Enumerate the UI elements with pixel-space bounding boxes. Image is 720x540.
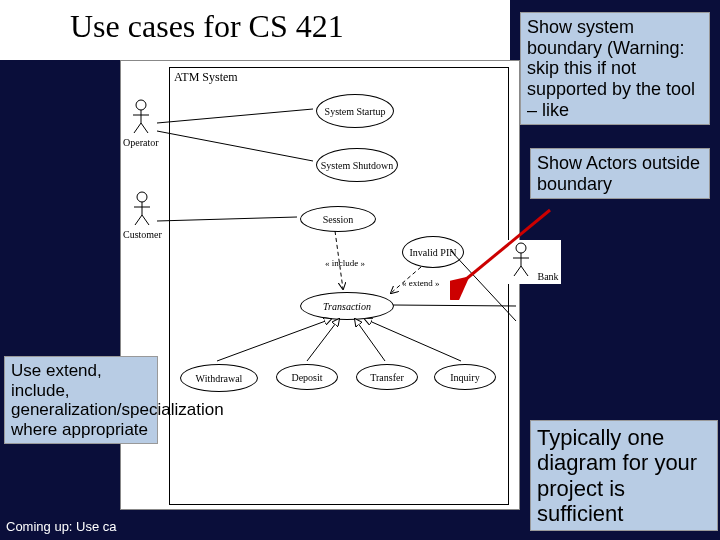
usecase-transaction: Transaction [300, 292, 394, 320]
svg-line-19 [135, 215, 142, 225]
footer-coming-up: Coming up: Use ca [6, 519, 117, 534]
usecase-session: Session [300, 206, 376, 232]
slide-title: Use cases for CS 421 [70, 8, 344, 45]
usecase-system-startup: System Startup [316, 94, 394, 128]
usecase-inquiry: Inquiry [434, 364, 496, 390]
include-label: « include » [325, 258, 365, 268]
svg-point-11 [136, 100, 146, 110]
usecase-withdrawal: Withdrawal [180, 364, 258, 392]
note-one-diagram: Typically one diagram for your project i… [530, 420, 718, 531]
extend-label: « extend » [402, 278, 440, 288]
usecase-transfer: Transfer [356, 364, 418, 390]
svg-line-26 [465, 210, 550, 280]
actor-customer-label: Customer [123, 229, 162, 240]
svg-line-15 [141, 123, 148, 133]
red-arrow-annotation [450, 200, 570, 300]
svg-line-14 [134, 123, 141, 133]
actor-operator: Operator [123, 99, 159, 148]
usecase-deposit: Deposit [276, 364, 338, 390]
svg-line-20 [142, 215, 149, 225]
actor-operator-label: Operator [123, 137, 159, 148]
system-label: ATM System [174, 70, 238, 85]
note-system-boundary: Show system boundary (Warning: skip this… [520, 12, 710, 125]
note-actors-outside: Show Actors outside boundary [530, 148, 710, 199]
usecase-system-shutdown: System Shutdown [316, 148, 398, 182]
note-extend-include: Use extend, include, generalization/spec… [4, 356, 158, 444]
svg-point-16 [137, 192, 147, 202]
actor-customer: Customer [123, 191, 162, 240]
